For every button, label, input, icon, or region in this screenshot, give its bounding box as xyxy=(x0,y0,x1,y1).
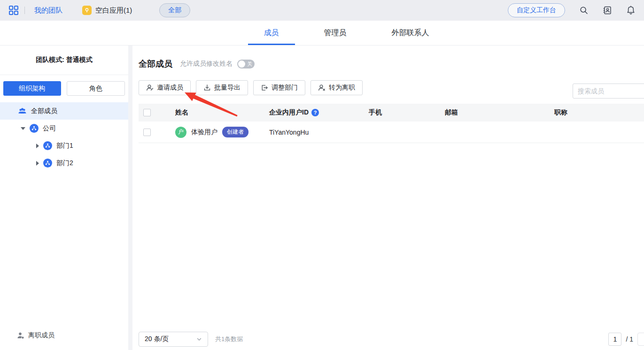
allow-rename-label: 允许成员修改姓名 xyxy=(180,60,233,68)
tree-item-label: 部门2 xyxy=(56,159,73,167)
column-header-email: 邮箱 xyxy=(436,108,546,117)
batch-export-button[interactable]: 批量导出 xyxy=(196,80,248,95)
tab-admins[interactable]: 管理员 xyxy=(308,21,363,45)
caret-right-icon[interactable] xyxy=(36,161,39,166)
blank-app-entry[interactable]: 空白应用(1) xyxy=(82,6,132,15)
select-all-checkbox[interactable] xyxy=(143,109,151,116)
help-icon[interactable]: ? xyxy=(311,109,319,116)
topbar-divider xyxy=(24,7,25,14)
custom-workbench-button[interactable]: 自定义工作台 xyxy=(508,3,565,17)
people-group-icon xyxy=(18,107,27,115)
org-node-icon xyxy=(43,159,52,167)
tab-external-contacts[interactable]: 外部联系人 xyxy=(376,21,445,45)
my-team-link[interactable]: 我的团队 xyxy=(34,6,62,15)
sidebar-gutter xyxy=(128,46,132,350)
tree-item-dept1[interactable]: 部门1 xyxy=(0,137,128,154)
tabbar: 成员 管理员 外部联系人 xyxy=(0,21,644,46)
current-page-box[interactable]: 1 xyxy=(608,333,621,346)
batch-export-label: 批量导出 xyxy=(214,84,241,92)
app-icon xyxy=(82,6,92,15)
sidebar: 团队模式: 普通模式 组织架构 角色 全部成员 xyxy=(0,46,128,350)
page-title: 全部成员 xyxy=(139,58,172,69)
org-structure-button[interactable]: 组织架构 xyxy=(3,81,61,96)
avatar: 户 xyxy=(175,127,186,138)
roles-button[interactable]: 角色 xyxy=(67,81,125,96)
tree-item-label: 部门1 xyxy=(56,142,73,150)
caret-down-icon[interactable] xyxy=(21,127,25,130)
column-header-name: 姓名 xyxy=(167,108,261,117)
team-mode-label: 团队模式: 普通模式 xyxy=(0,46,128,75)
member-user-id: TiYanYongHu xyxy=(261,129,360,136)
apps-grid-icon[interactable] xyxy=(8,5,19,15)
org-node-icon xyxy=(30,124,39,133)
column-header-job-title: 职称 xyxy=(546,108,644,117)
column-header-user-id: 企业内用户ID ? xyxy=(261,108,360,117)
tree-item-label: 公司 xyxy=(43,124,56,133)
search-member-input[interactable] xyxy=(573,84,644,99)
member-name-cell: 户 体验用户 创建者 xyxy=(167,127,261,138)
adjust-department-label: 调整部门 xyxy=(272,84,298,92)
chevron-down-icon xyxy=(196,336,202,342)
org-tree: 全部成员 公司 部门1 部门2 xyxy=(0,102,128,172)
tree-item-dept2[interactable]: 部门2 xyxy=(0,154,128,172)
toggle-knob xyxy=(238,61,245,68)
resigned-person-icon xyxy=(17,332,24,339)
creator-badge: 创建者 xyxy=(222,127,248,137)
all-filter-pill[interactable]: 全部 xyxy=(159,3,190,17)
invite-person-icon xyxy=(146,84,154,91)
page-size-value: 20 条/页 xyxy=(145,335,169,343)
topbar: 我的团队 空白应用(1) 全部 自定义工作台 xyxy=(0,0,644,21)
app-label: 空白应用(1) xyxy=(95,6,132,15)
pagination: 1 / 1 xyxy=(608,333,644,346)
to-resigned-label: 转为离职 xyxy=(329,84,355,92)
members-table: 姓名 企业内用户ID ? 手机 邮箱 职称 户 体验用户 创建者 TiYanYo… xyxy=(139,104,644,143)
page-size-select[interactable]: 20 条/页 xyxy=(139,332,208,347)
total-pages-label: / 1 xyxy=(626,335,633,343)
person-remove-icon xyxy=(318,84,326,91)
adjust-department-button[interactable]: 调整部门 xyxy=(253,80,305,95)
main-panel: 全部成员 允许成员修改姓名 关 邀请成员 xyxy=(132,46,644,350)
toggle-state-label: 关 xyxy=(247,61,252,67)
total-count-label: 共1条数据 xyxy=(215,335,243,343)
search-icon[interactable] xyxy=(579,6,589,15)
tree-item-company[interactable]: 公司 xyxy=(0,120,128,137)
notification-bell-icon[interactable] xyxy=(626,6,636,15)
invite-member-button[interactable]: 邀请成员 xyxy=(139,80,191,95)
row-checkbox[interactable] xyxy=(143,129,151,136)
caret-right-icon[interactable] xyxy=(36,144,39,148)
resigned-members-label: 离职成员 xyxy=(28,331,54,340)
column-header-phone: 手机 xyxy=(360,108,436,117)
table-footer: 20 条/页 共1条数据 1 / 1 xyxy=(139,332,644,347)
download-icon xyxy=(203,84,211,91)
page-jump-button[interactable] xyxy=(637,333,644,346)
tree-item-label: 全部成员 xyxy=(31,107,57,115)
resigned-members-item[interactable]: 离职成员 xyxy=(0,331,128,350)
tab-members[interactable]: 成员 xyxy=(248,21,295,45)
member-name: 体验用户 xyxy=(191,128,217,137)
invite-member-label: 邀请成员 xyxy=(157,84,183,92)
table-header-row: 姓名 企业内用户ID ? 手机 邮箱 职称 xyxy=(139,104,644,122)
move-out-icon xyxy=(261,84,268,91)
contacts-icon[interactable] xyxy=(603,6,612,15)
allow-rename-toggle[interactable]: 关 xyxy=(237,60,255,68)
tree-item-all-members[interactable]: 全部成员 xyxy=(0,102,128,120)
to-resigned-button[interactable]: 转为离职 xyxy=(310,80,363,95)
table-row[interactable]: 户 体验用户 创建者 TiYanYongHu xyxy=(139,122,644,143)
org-node-icon xyxy=(43,141,52,150)
